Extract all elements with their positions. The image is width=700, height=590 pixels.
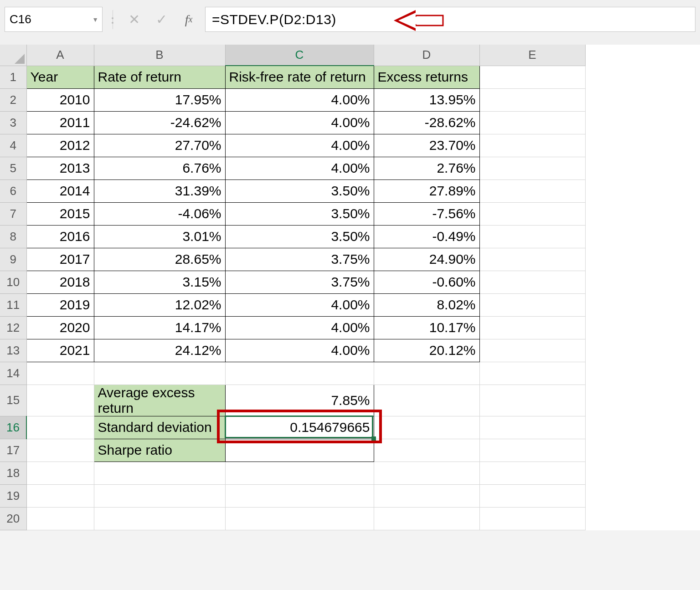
row-header-12[interactable]: 12 <box>0 316 26 339</box>
fx-icon[interactable]: fx <box>178 9 200 31</box>
cell-E17[interactable] <box>479 439 585 462</box>
cell-A10[interactable]: 2018 <box>26 271 94 293</box>
cell-E11[interactable] <box>479 293 585 316</box>
cell-E4[interactable] <box>479 134 585 157</box>
cell-D17[interactable] <box>374 439 479 462</box>
cell-E14[interactable] <box>479 362 585 385</box>
cell-B13[interactable]: 24.12% <box>94 339 225 362</box>
cell-D9[interactable]: 24.90% <box>374 248 479 271</box>
cell-A14[interactable] <box>26 362 94 385</box>
cell-E8[interactable] <box>479 225 585 248</box>
cell-D4[interactable]: 23.70% <box>374 134 479 157</box>
col-header-D[interactable]: D <box>374 45 479 66</box>
cell-D12[interactable]: 10.17% <box>374 316 479 339</box>
cell-B3[interactable]: -24.62% <box>94 111 225 134</box>
row-header-5[interactable]: 5 <box>0 157 26 180</box>
col-header-B[interactable]: B <box>94 45 225 66</box>
cell-A8[interactable]: 2016 <box>26 225 94 248</box>
cell-C19[interactable] <box>225 484 374 507</box>
row-header-3[interactable]: 3 <box>0 111 26 134</box>
cell-D16[interactable] <box>374 416 479 439</box>
row-header-13[interactable]: 13 <box>0 339 26 362</box>
cell-A12[interactable]: 2020 <box>26 316 94 339</box>
cell-A5[interactable]: 2013 <box>26 157 94 180</box>
cell-A7[interactable]: 2015 <box>26 202 94 225</box>
cell-B18[interactable] <box>94 462 225 484</box>
cell-C11[interactable]: 4.00% <box>225 293 374 316</box>
cell-D15[interactable] <box>374 385 479 416</box>
cell-D7[interactable]: -7.56% <box>374 202 479 225</box>
cell-B6[interactable]: 31.39% <box>94 180 225 202</box>
cell-B10[interactable]: 3.15% <box>94 271 225 293</box>
row-header-9[interactable]: 9 <box>0 248 26 271</box>
cell-D14[interactable] <box>374 362 479 385</box>
row-header-14[interactable]: 14 <box>0 362 26 385</box>
cell-C9[interactable]: 3.75% <box>225 248 374 271</box>
row-header-19[interactable]: 19 <box>0 484 26 507</box>
cell-A6[interactable]: 2014 <box>26 180 94 202</box>
cell-A9[interactable]: 2017 <box>26 248 94 271</box>
formula-input[interactable]: =STDEV.P(D2:D13) <box>205 7 695 32</box>
cell-E6[interactable] <box>479 180 585 202</box>
cell-E1[interactable] <box>479 66 585 88</box>
cell-D13[interactable]: 20.12% <box>374 339 479 362</box>
cell-D10[interactable]: -0.60% <box>374 271 479 293</box>
cell-A3[interactable]: 2011 <box>26 111 94 134</box>
row-header-10[interactable]: 10 <box>0 271 26 293</box>
col-header-E[interactable]: E <box>479 45 585 66</box>
cell-D6[interactable]: 27.89% <box>374 180 479 202</box>
cell-E12[interactable] <box>479 316 585 339</box>
cell-C18[interactable] <box>225 462 374 484</box>
row-header-11[interactable]: 11 <box>0 293 26 316</box>
cell-D18[interactable] <box>374 462 479 484</box>
cell-D1[interactable]: Excess returns <box>374 66 479 88</box>
col-header-A[interactable]: A <box>26 45 94 66</box>
cell-E15[interactable] <box>479 385 585 416</box>
cell-C1[interactable]: Risk-free rate of return <box>225 66 374 88</box>
cell-B19[interactable] <box>94 484 225 507</box>
row-header-16[interactable]: 16 <box>0 416 26 439</box>
select-all-corner[interactable] <box>0 45 26 66</box>
row-header-7[interactable]: 7 <box>0 202 26 225</box>
cell-B12[interactable]: 14.17% <box>94 316 225 339</box>
cell-B7[interactable]: -4.06% <box>94 202 225 225</box>
row-header-6[interactable]: 6 <box>0 180 26 202</box>
cell-B1[interactable]: Rate of return <box>94 66 225 88</box>
cell-E9[interactable] <box>479 248 585 271</box>
cell-A11[interactable]: 2019 <box>26 293 94 316</box>
cell-C20[interactable] <box>225 507 374 530</box>
cell-D3[interactable]: -28.62% <box>374 111 479 134</box>
cell-B20[interactable] <box>94 507 225 530</box>
cell-A1[interactable]: Year <box>26 66 94 88</box>
cell-D11[interactable]: 8.02% <box>374 293 479 316</box>
row-header-18[interactable]: 18 <box>0 462 26 484</box>
cell-B9[interactable]: 28.65% <box>94 248 225 271</box>
row-header-15[interactable]: 15 <box>0 385 26 416</box>
cell-B14[interactable] <box>94 362 225 385</box>
cell-C8[interactable]: 3.50% <box>225 225 374 248</box>
row-header-8[interactable]: 8 <box>0 225 26 248</box>
spreadsheet[interactable]: ABCDE1YearRate of returnRisk-free rate o… <box>0 45 700 530</box>
cell-D5[interactable]: 2.76% <box>374 157 479 180</box>
cell-C15[interactable]: 7.85% <box>225 385 374 416</box>
cell-E16[interactable] <box>479 416 585 439</box>
cell-E20[interactable] <box>479 507 585 530</box>
cell-E10[interactable] <box>479 271 585 293</box>
cell-B4[interactable]: 27.70% <box>94 134 225 157</box>
row-header-20[interactable]: 20 <box>0 507 26 530</box>
cell-E2[interactable] <box>479 88 585 111</box>
cell-E18[interactable] <box>479 462 585 484</box>
row-header-17[interactable]: 17 <box>0 439 26 462</box>
cell-D8[interactable]: -0.49% <box>374 225 479 248</box>
cell-E13[interactable] <box>479 339 585 362</box>
cell-B2[interactable]: 17.95% <box>94 88 225 111</box>
cell-E19[interactable] <box>479 484 585 507</box>
cell-E7[interactable] <box>479 202 585 225</box>
cell-A15[interactable] <box>26 385 94 416</box>
cell-A19[interactable] <box>26 484 94 507</box>
cell-A20[interactable] <box>26 507 94 530</box>
cell-C12[interactable]: 4.00% <box>225 316 374 339</box>
cell-C4[interactable]: 4.00% <box>225 134 374 157</box>
cell-A4[interactable]: 2012 <box>26 134 94 157</box>
cell-D19[interactable] <box>374 484 479 507</box>
